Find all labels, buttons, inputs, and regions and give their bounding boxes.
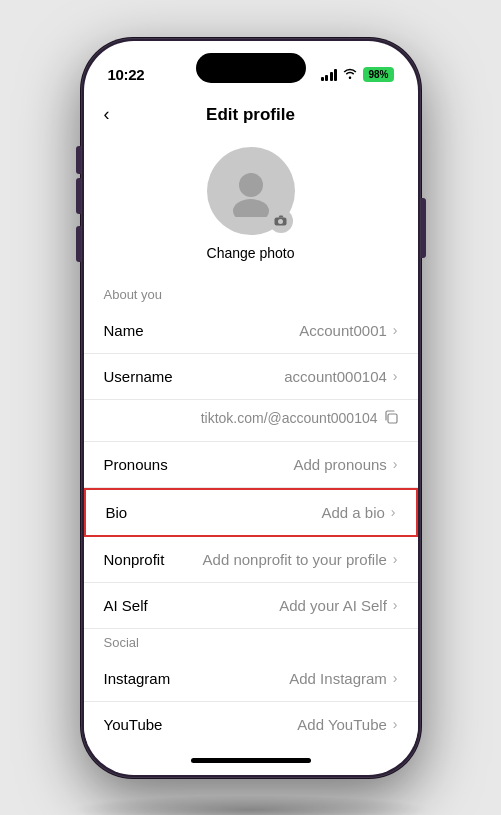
photo-section[interactable]: Change photo bbox=[84, 133, 418, 281]
nonprofit-chevron-icon: › bbox=[393, 551, 398, 567]
about-section-label: About you bbox=[84, 281, 418, 308]
power-button bbox=[421, 198, 426, 258]
avatar[interactable] bbox=[207, 147, 295, 235]
nonprofit-row-value: Add nonprofit to your profile bbox=[203, 551, 387, 568]
svg-point-0 bbox=[239, 173, 263, 197]
instagram-chevron-icon: › bbox=[393, 670, 398, 686]
svg-rect-4 bbox=[388, 414, 397, 423]
phone-body: 10:22 98% bbox=[81, 38, 421, 778]
youtube-row-label: YouTube bbox=[104, 716, 163, 733]
instagram-row-label: Instagram bbox=[104, 670, 171, 687]
pronouns-row-value: Add pronouns bbox=[293, 456, 386, 473]
name-row-value-wrap: Account0001 › bbox=[299, 322, 397, 339]
bio-row-value-wrap: Add a bio › bbox=[321, 504, 395, 521]
name-row[interactable]: Name Account0001 › bbox=[84, 308, 418, 354]
ai-self-chevron-icon: › bbox=[393, 597, 398, 613]
bio-row-value: Add a bio bbox=[321, 504, 384, 521]
avatar-placeholder-icon bbox=[225, 165, 277, 217]
volume-down-button bbox=[76, 226, 81, 262]
ai-self-row-label: AI Self bbox=[104, 597, 148, 614]
instagram-row-value: Add Instagram bbox=[289, 670, 387, 687]
name-row-value: Account0001 bbox=[299, 322, 387, 339]
pronouns-row[interactable]: Pronouns Add pronouns › bbox=[84, 442, 418, 488]
tiktok-url-text: tiktok.com/@account000104 bbox=[201, 410, 378, 426]
screen-content[interactable]: ‹ Edit profile bbox=[84, 95, 418, 747]
youtube-chevron-icon: › bbox=[393, 716, 398, 732]
page-header: ‹ Edit profile bbox=[84, 95, 418, 133]
username-row-label: Username bbox=[104, 368, 173, 385]
username-row[interactable]: Username account000104 › bbox=[84, 354, 418, 400]
youtube-row-value-wrap: Add YouTube › bbox=[297, 716, 397, 733]
tiktok-url-row[interactable]: tiktok.com/@account000104 bbox=[84, 400, 418, 442]
phone-shadow bbox=[71, 795, 431, 815]
volume-up-button bbox=[76, 178, 81, 214]
svg-point-1 bbox=[233, 199, 269, 217]
wifi-icon bbox=[342, 67, 358, 82]
change-photo-label[interactable]: Change photo bbox=[207, 245, 295, 261]
page-title: Edit profile bbox=[206, 105, 295, 125]
status-time: 10:22 bbox=[108, 66, 145, 83]
status-icons: 98% bbox=[321, 67, 394, 82]
nonprofit-row[interactable]: Nonprofit Add nonprofit to your profile … bbox=[84, 537, 418, 583]
youtube-row[interactable]: YouTube Add YouTube › bbox=[84, 702, 418, 747]
nonprofit-row-label: Nonprofit bbox=[104, 551, 165, 568]
dynamic-island bbox=[196, 53, 306, 83]
instagram-row-value-wrap: Add Instagram › bbox=[289, 670, 397, 687]
svg-point-3 bbox=[278, 219, 283, 224]
username-chevron-icon: › bbox=[393, 368, 398, 384]
home-bar bbox=[191, 758, 311, 763]
instagram-row[interactable]: Instagram Add Instagram › bbox=[84, 656, 418, 702]
phone-wrapper: 10:22 98% bbox=[0, 0, 501, 815]
battery-indicator: 98% bbox=[363, 67, 393, 82]
signal-bars-icon bbox=[321, 69, 338, 81]
silent-button bbox=[76, 146, 81, 174]
social-section-label: Social bbox=[84, 629, 418, 656]
ai-self-row[interactable]: AI Self Add your AI Self › bbox=[84, 583, 418, 629]
username-row-value-wrap: account000104 › bbox=[284, 368, 397, 385]
pronouns-row-value-wrap: Add pronouns › bbox=[293, 456, 397, 473]
username-row-value: account000104 bbox=[284, 368, 387, 385]
pronouns-chevron-icon: › bbox=[393, 456, 398, 472]
phone-screen: 10:22 98% bbox=[84, 41, 418, 775]
camera-badge-icon bbox=[269, 209, 293, 233]
nonprofit-row-value-wrap: Add nonprofit to your profile › bbox=[203, 551, 398, 568]
name-row-label: Name bbox=[104, 322, 144, 339]
name-chevron-icon: › bbox=[393, 322, 398, 338]
pronouns-row-label: Pronouns bbox=[104, 456, 168, 473]
back-button[interactable]: ‹ bbox=[104, 104, 110, 125]
bio-row[interactable]: Bio Add a bio › bbox=[84, 488, 418, 537]
bio-row-label: Bio bbox=[106, 504, 128, 521]
youtube-row-value: Add YouTube bbox=[297, 716, 387, 733]
copy-icon[interactable] bbox=[384, 410, 398, 427]
bio-chevron-icon: › bbox=[391, 504, 396, 520]
ai-self-row-value-wrap: Add your AI Self › bbox=[279, 597, 397, 614]
ai-self-row-value: Add your AI Self bbox=[279, 597, 387, 614]
home-indicator bbox=[84, 747, 418, 775]
